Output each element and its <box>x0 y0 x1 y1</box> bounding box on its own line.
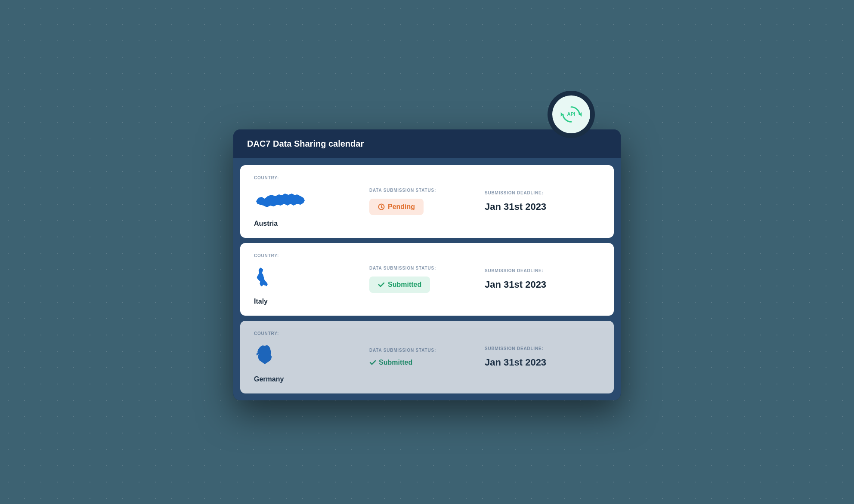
check-icon-germany <box>369 359 376 366</box>
main-card: DAC7 Data Sharing calendar COUNTRY: Aust… <box>233 129 621 400</box>
germany-svg <box>254 344 277 370</box>
submitted-label-germany: Submitted <box>379 359 412 366</box>
submitted-badge-italy: Submitted <box>369 277 430 293</box>
svg-text:API: API <box>567 111 576 117</box>
pending-label: Pending <box>388 203 415 211</box>
pending-icon <box>378 203 385 210</box>
submitted-label-italy: Submitted <box>388 281 421 289</box>
germany-name: Germany <box>254 375 284 383</box>
status-col-austria: DATA SUBMISSION STATUS: Pending <box>369 188 485 215</box>
deadline-col-germany: SUBMISSION DEADLINE: Jan 31st 2023 <box>485 346 600 368</box>
germany-deadline: Jan 31st 2023 <box>485 357 546 368</box>
germany-map <box>254 342 277 372</box>
austria-deadline: Jan 31st 2023 <box>485 201 546 212</box>
api-bubble-inner: API <box>552 95 590 133</box>
country-col-germany: COUNTRY: Germany <box>254 331 369 383</box>
status-col-germany: DATA SUBMISSION STATUS: Submitted <box>369 348 485 366</box>
col-label-country-3: COUNTRY: <box>254 331 279 336</box>
country-card-italy: COUNTRY: Italy DATA SUBMISSION STATUS: <box>240 243 614 316</box>
check-icon-italy <box>378 281 385 288</box>
country-col-italy: COUNTRY: Italy <box>254 253 369 305</box>
italy-deadline: Jan 31st 2023 <box>485 279 546 290</box>
col-label-deadline-1: SUBMISSION DEADLINE: <box>485 191 544 195</box>
status-col-italy: DATA SUBMISSION STATUS: Submitted <box>369 266 485 293</box>
col-label-country-1: COUNTRY: <box>254 175 279 180</box>
italy-map <box>254 264 271 294</box>
col-label-status-1: DATA SUBMISSION STATUS: <box>369 188 436 193</box>
austria-svg <box>254 188 306 214</box>
api-bubble: API <box>548 91 595 138</box>
cards-body: COUNTRY: Austria DATA SUBMISSION STATUS: <box>233 158 621 400</box>
deadline-col-austria: SUBMISSION DEADLINE: Jan 31st 2023 <box>485 191 600 212</box>
country-card-austria: COUNTRY: Austria DATA SUBMISSION STATUS: <box>240 165 614 238</box>
italy-svg <box>254 266 271 292</box>
col-label-deadline-2: SUBMISSION DEADLINE: <box>485 268 544 273</box>
submitted-badge-germany: Submitted <box>369 359 412 366</box>
col-label-status-2: DATA SUBMISSION STATUS: <box>369 266 436 270</box>
country-col-austria: COUNTRY: Austria <box>254 175 369 227</box>
card-title: DAC7 Data Sharing calendar <box>247 139 364 148</box>
austria-map <box>254 186 306 216</box>
italy-name: Italy <box>254 298 268 305</box>
col-label-country-2: COUNTRY: <box>254 253 279 258</box>
pending-badge: Pending <box>369 199 424 215</box>
austria-name: Austria <box>254 220 278 227</box>
country-card-germany: COUNTRY: Germany DATA SUBMISSION STATUS: <box>240 321 614 393</box>
col-label-deadline-3: SUBMISSION DEADLINE: <box>485 346 544 351</box>
scene: API DAC7 Data Sharing calendar COUNTRY: <box>233 129 621 400</box>
col-label-status-3: DATA SUBMISSION STATUS: <box>369 348 436 353</box>
api-icon: API <box>560 103 582 126</box>
deadline-col-italy: SUBMISSION DEADLINE: Jan 31st 2023 <box>485 268 600 290</box>
